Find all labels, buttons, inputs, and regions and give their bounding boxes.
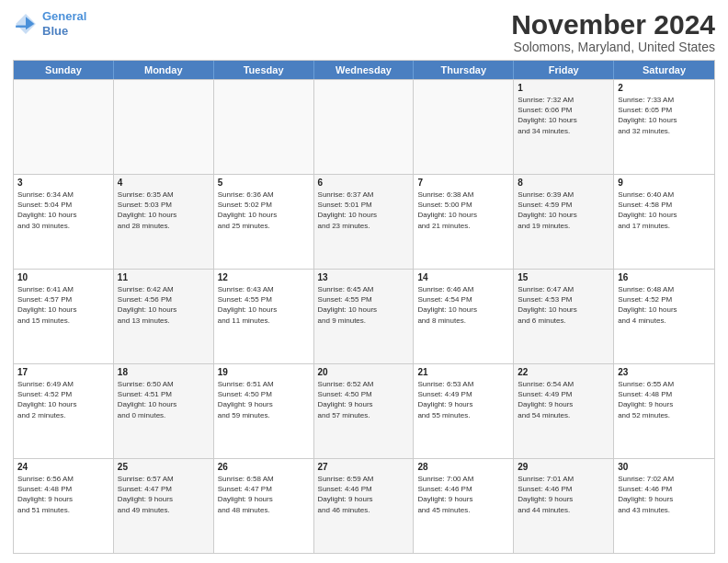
- day-number-18: 18: [118, 367, 210, 377]
- day-info-29: Sunrise: 7:01 AM Sunset: 4:46 PM Dayligh…: [518, 474, 609, 515]
- cal-cell-19: 19Sunrise: 6:51 AM Sunset: 4:50 PM Dayli…: [214, 364, 314, 458]
- weekday-header-saturday: Saturday: [614, 61, 714, 79]
- cal-cell-7: 7Sunrise: 6:38 AM Sunset: 5:00 PM Daylig…: [414, 175, 514, 269]
- calendar-row-2: 10Sunrise: 6:41 AM Sunset: 4:57 PM Dayli…: [14, 269, 714, 363]
- weekday-header-tuesday: Tuesday: [214, 61, 314, 79]
- day-info-3: Sunrise: 6:34 AM Sunset: 5:04 PM Dayligh…: [17, 190, 109, 231]
- cal-cell-18: 18Sunrise: 6:50 AM Sunset: 4:51 PM Dayli…: [114, 364, 214, 458]
- day-info-28: Sunrise: 7:00 AM Sunset: 4:46 PM Dayligh…: [417, 474, 509, 515]
- cal-cell-14: 14Sunrise: 6:46 AM Sunset: 4:54 PM Dayli…: [414, 270, 514, 363]
- weekday-header-sunday: Sunday: [14, 61, 114, 79]
- day-number-2: 2: [618, 83, 711, 93]
- cal-cell-8: 8Sunrise: 6:39 AM Sunset: 4:59 PM Daylig…: [514, 175, 614, 269]
- day-info-12: Sunrise: 6:43 AM Sunset: 4:55 PM Dayligh…: [218, 284, 310, 326]
- day-number-12: 12: [218, 272, 310, 282]
- day-info-5: Sunrise: 6:36 AM Sunset: 5:02 PM Dayligh…: [218, 190, 310, 231]
- cal-cell-11: 11Sunrise: 6:42 AM Sunset: 4:56 PM Dayli…: [114, 270, 214, 363]
- header: General Blue November 2024 Solomons, Mar…: [13, 9, 715, 54]
- day-info-22: Sunrise: 6:54 AM Sunset: 4:49 PM Dayligh…: [518, 379, 609, 420]
- day-info-14: Sunrise: 6:46 AM Sunset: 4:54 PM Dayligh…: [417, 284, 509, 326]
- calendar-row-0: 1Sunrise: 7:32 AM Sunset: 6:06 PM Daylig…: [14, 79, 714, 174]
- cal-cell-12: 12Sunrise: 6:43 AM Sunset: 4:55 PM Dayli…: [214, 270, 314, 363]
- day-info-21: Sunrise: 6:53 AM Sunset: 4:49 PM Dayligh…: [417, 379, 509, 420]
- cal-cell-20: 20Sunrise: 6:52 AM Sunset: 4:50 PM Dayli…: [314, 364, 415, 458]
- day-number-10: 10: [17, 272, 109, 282]
- day-number-23: 23: [618, 367, 711, 377]
- day-info-17: Sunrise: 6:49 AM Sunset: 4:52 PM Dayligh…: [17, 379, 109, 420]
- calendar-header: SundayMondayTuesdayWednesdayThursdayFrid…: [14, 61, 714, 79]
- cal-cell-2: 2Sunrise: 7:33 AM Sunset: 6:05 PM Daylig…: [614, 80, 714, 174]
- cal-cell-10: 10Sunrise: 6:41 AM Sunset: 4:57 PM Dayli…: [14, 270, 114, 363]
- day-number-20: 20: [318, 367, 410, 377]
- cal-cell-21: 21Sunrise: 6:53 AM Sunset: 4:49 PM Dayli…: [414, 364, 514, 458]
- logo-icon: [13, 11, 39, 37]
- cal-cell-6: 6Sunrise: 6:37 AM Sunset: 5:01 PM Daylig…: [314, 175, 415, 269]
- day-number-7: 7: [417, 178, 509, 188]
- logo: General Blue: [13, 9, 86, 38]
- day-number-19: 19: [218, 367, 310, 377]
- day-info-1: Sunrise: 7:32 AM Sunset: 6:06 PM Dayligh…: [518, 95, 609, 136]
- cal-cell-5: 5Sunrise: 6:36 AM Sunset: 5:02 PM Daylig…: [214, 175, 314, 269]
- cal-cell-30: 30Sunrise: 7:02 AM Sunset: 4:46 PM Dayli…: [614, 459, 714, 553]
- cal-cell-22: 22Sunrise: 6:54 AM Sunset: 4:49 PM Dayli…: [514, 364, 614, 458]
- cal-cell-9: 9Sunrise: 6:40 AM Sunset: 4:58 PM Daylig…: [614, 175, 714, 269]
- logo-blue: Blue: [42, 24, 68, 38]
- cal-cell-28: 28Sunrise: 7:00 AM Sunset: 4:46 PM Dayli…: [414, 459, 514, 553]
- cal-cell-empty-1: [114, 80, 214, 174]
- day-info-25: Sunrise: 6:57 AM Sunset: 4:47 PM Dayligh…: [118, 474, 210, 515]
- cal-cell-empty-0: [14, 80, 114, 174]
- day-number-14: 14: [417, 272, 509, 282]
- day-number-21: 21: [417, 367, 509, 377]
- cal-cell-16: 16Sunrise: 6:48 AM Sunset: 4:52 PM Dayli…: [614, 270, 714, 363]
- day-info-27: Sunrise: 6:59 AM Sunset: 4:46 PM Dayligh…: [318, 474, 410, 515]
- svg-rect-3: [16, 25, 26, 27]
- day-info-15: Sunrise: 6:47 AM Sunset: 4:53 PM Dayligh…: [518, 284, 609, 326]
- day-number-30: 30: [618, 462, 711, 472]
- day-number-3: 3: [17, 178, 109, 188]
- page: General Blue November 2024 Solomons, Mar…: [0, 0, 728, 563]
- cal-cell-empty-2: [214, 80, 314, 174]
- day-info-18: Sunrise: 6:50 AM Sunset: 4:51 PM Dayligh…: [118, 379, 210, 420]
- day-number-1: 1: [518, 83, 609, 93]
- calendar-row-1: 3Sunrise: 6:34 AM Sunset: 5:04 PM Daylig…: [14, 174, 714, 269]
- day-info-7: Sunrise: 6:38 AM Sunset: 5:00 PM Dayligh…: [417, 190, 509, 231]
- weekday-header-wednesday: Wednesday: [314, 61, 415, 79]
- weekday-header-friday: Friday: [514, 61, 614, 79]
- weekday-header-thursday: Thursday: [414, 61, 514, 79]
- day-number-29: 29: [518, 462, 609, 472]
- location-title: Solomons, Maryland, United States: [511, 40, 715, 54]
- day-info-8: Sunrise: 6:39 AM Sunset: 4:59 PM Dayligh…: [518, 190, 609, 231]
- day-number-16: 16: [618, 272, 711, 282]
- day-number-26: 26: [218, 462, 310, 472]
- day-number-15: 15: [518, 272, 609, 282]
- cal-cell-17: 17Sunrise: 6:49 AM Sunset: 4:52 PM Dayli…: [14, 364, 114, 458]
- day-number-6: 6: [318, 178, 410, 188]
- day-info-9: Sunrise: 6:40 AM Sunset: 4:58 PM Dayligh…: [618, 190, 711, 231]
- day-info-26: Sunrise: 6:58 AM Sunset: 4:47 PM Dayligh…: [218, 474, 310, 515]
- day-number-24: 24: [17, 462, 109, 472]
- day-number-9: 9: [618, 178, 711, 188]
- cal-cell-empty-3: [314, 80, 415, 174]
- day-number-11: 11: [118, 272, 210, 282]
- day-info-24: Sunrise: 6:56 AM Sunset: 4:48 PM Dayligh…: [17, 474, 109, 515]
- day-number-8: 8: [518, 178, 609, 188]
- day-number-28: 28: [417, 462, 509, 472]
- calendar-row-4: 24Sunrise: 6:56 AM Sunset: 4:48 PM Dayli…: [14, 458, 714, 553]
- cal-cell-3: 3Sunrise: 6:34 AM Sunset: 5:04 PM Daylig…: [14, 175, 114, 269]
- day-info-4: Sunrise: 6:35 AM Sunset: 5:03 PM Dayligh…: [118, 190, 210, 231]
- day-info-19: Sunrise: 6:51 AM Sunset: 4:50 PM Dayligh…: [218, 379, 310, 420]
- weekday-header-monday: Monday: [114, 61, 214, 79]
- calendar-body: 1Sunrise: 7:32 AM Sunset: 6:06 PM Daylig…: [14, 79, 714, 553]
- day-info-16: Sunrise: 6:48 AM Sunset: 4:52 PM Dayligh…: [618, 284, 711, 326]
- day-number-22: 22: [518, 367, 609, 377]
- title-block: November 2024 Solomons, Maryland, United…: [511, 9, 715, 54]
- cal-cell-1: 1Sunrise: 7:32 AM Sunset: 6:06 PM Daylig…: [514, 80, 614, 174]
- day-number-4: 4: [118, 178, 210, 188]
- day-info-13: Sunrise: 6:45 AM Sunset: 4:55 PM Dayligh…: [318, 284, 410, 326]
- cal-cell-24: 24Sunrise: 6:56 AM Sunset: 4:48 PM Dayli…: [14, 459, 114, 553]
- day-number-5: 5: [218, 178, 310, 188]
- logo-general: General: [42, 9, 86, 23]
- day-info-10: Sunrise: 6:41 AM Sunset: 4:57 PM Dayligh…: [17, 284, 109, 326]
- logo-text: General Blue: [42, 9, 86, 38]
- month-title: November 2024: [511, 9, 715, 40]
